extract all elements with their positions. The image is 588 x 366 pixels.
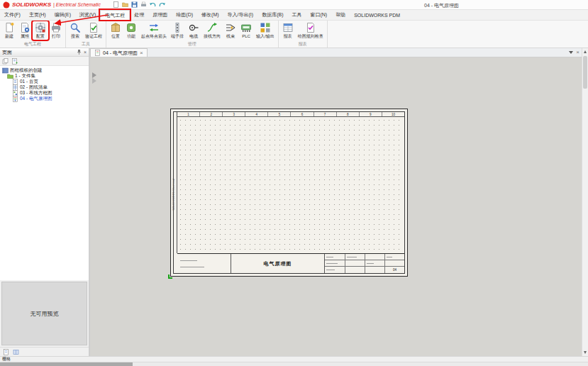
statusbar: 栅格: [0, 356, 588, 362]
terminal-strip-button[interactable]: 端子排: [169, 21, 186, 40]
column-label: 3: [223, 112, 245, 116]
new-document-icon: [4, 22, 15, 33]
title-block-cell: [325, 254, 345, 260]
tab-close-icon[interactable]: ×: [140, 50, 143, 56]
ribbon: 新建 属性 配置 打印 电气工程: [0, 21, 588, 48]
column-label: 4: [245, 112, 268, 116]
new-button[interactable]: 新建: [1, 21, 17, 40]
horizontal-scrollbar[interactable]: [0, 362, 588, 366]
wiring-direction-icon: [206, 22, 218, 33]
pages-panel: 页面 × 图框模板的创建 1 - 文件集 01 - 首页: [0, 48, 89, 356]
tree-item-page-04[interactable]: 04 - 电气原理图: [0, 96, 89, 101]
function-button[interactable]: 功能: [123, 21, 139, 40]
ribbon-group-reports: 报表 绘图规则检查 报表: [279, 21, 328, 48]
redo-icon[interactable]: [159, 1, 165, 8]
save-icon[interactable]: [131, 1, 138, 8]
plc-button[interactable]: PLC: [238, 21, 254, 40]
document-tabbar: 04 - 电气原理图 × ×: [90, 48, 582, 57]
column-label: 10: [382, 112, 404, 116]
undo-icon[interactable]: [150, 1, 156, 8]
harness-button[interactable]: 线束: [223, 21, 238, 40]
menu-tab-file[interactable]: 文件(F): [0, 10, 25, 20]
scroll-up-icon[interactable]: [584, 50, 587, 53]
validate-project-button[interactable]: 验证工程: [83, 21, 104, 40]
menu-tab-modify[interactable]: 修改(M): [197, 10, 223, 20]
properties-button[interactable]: 属性: [17, 21, 33, 40]
print-icon: [50, 22, 62, 33]
origin-destination-arrow-button[interactable]: 起点终点箭头: [139, 21, 169, 40]
column-label: 9: [360, 112, 382, 116]
page-list-icon[interactable]: [2, 58, 9, 65]
menu-tab-home[interactable]: 主页(H): [25, 10, 50, 20]
sheet-grid[interactable]: [178, 118, 404, 253]
reports-button[interactable]: 报表: [280, 21, 296, 40]
drawing-sheet[interactable]: SOLIDWORKS Electrical 1 2 3 4 5 6 7 8 9 …: [170, 109, 408, 277]
menu-tab-window[interactable]: 窗口(N): [306, 10, 331, 20]
ribbon-group-label: 工具: [67, 41, 104, 48]
new-icon[interactable]: [113, 1, 119, 8]
menu-tab-help[interactable]: 帮助: [331, 10, 350, 20]
menu-tab-tools[interactable]: 工具: [287, 10, 306, 20]
ribbon-group-electrical-project: 新建 属性 配置 打印 电气工程: [0, 21, 66, 48]
button-label: 报表: [284, 34, 292, 39]
print-icon[interactable]: [140, 1, 147, 8]
cable-button[interactable]: 电缆: [186, 21, 201, 40]
drawing-canvas[interactable]: SOLIDWORKS Electrical 1 2 3 4 5 6 7 8 9 …: [90, 57, 582, 356]
title-block-cell: [365, 254, 384, 260]
button-label: 起点终点箭头: [141, 34, 167, 39]
menu-tab-view[interactable]: 浏览(V): [75, 10, 100, 20]
button-label: 验证工程: [85, 34, 102, 39]
title-block: 电气原理图 04: [177, 253, 404, 273]
panel-bottom-tabs: [0, 347, 89, 356]
title-block-table: 04: [325, 254, 404, 273]
window-title: 04 - 电气原理图: [424, 2, 459, 9]
document-tab-active[interactable]: 04 - 电气原理图 ×: [90, 48, 148, 57]
button-label: 打印: [52, 34, 60, 39]
menu-tab-database[interactable]: 数据库(B): [257, 10, 287, 20]
vertical-scrollbar[interactable]: [582, 48, 588, 356]
menu-tab-electrical-project[interactable]: 电气工程: [100, 10, 130, 20]
button-label: 配置: [36, 34, 45, 39]
menu-tab-edit[interactable]: 编辑(E): [50, 10, 75, 20]
title-block-left: [177, 254, 231, 273]
open-icon[interactable]: [122, 1, 128, 8]
preview-placeholder-text: 无可用预览: [30, 310, 59, 318]
pages-tab-icon[interactable]: [3, 349, 9, 355]
button-label: 搜索: [71, 34, 79, 39]
schematic-page-icon: [12, 96, 18, 102]
panel-close-icon[interactable]: ×: [84, 50, 87, 55]
close-document-icon[interactable]: ×: [576, 50, 579, 55]
drawing-rule-check-button[interactable]: 绘图规则检查: [296, 21, 326, 40]
location-button[interactable]: 位置: [108, 21, 123, 40]
configurations-button[interactable]: 配置: [33, 21, 48, 40]
ribbon-group-label: 电气工程: [1, 41, 64, 48]
menu-tab-import-export[interactable]: 导入/导出(I): [223, 10, 258, 20]
sheet-origin-marker: [168, 274, 172, 279]
inputs-outputs-button[interactable]: 输入/输出: [254, 21, 277, 40]
menu-tab-process[interactable]: 处理: [130, 10, 148, 20]
document-tab-label: 04 - 电气原理图: [103, 50, 138, 57]
title-block-cell: [325, 260, 345, 267]
wiring-direction-button[interactable]: 接线方向: [201, 21, 223, 40]
validate-project-icon: [88, 22, 99, 33]
origin-destination-arrow-icon: [148, 22, 160, 33]
button-label: 线束: [226, 34, 235, 39]
pin-icon[interactable]: [76, 49, 82, 55]
page-properties-icon[interactable]: [11, 58, 18, 65]
title-block-title: 电气原理图: [231, 254, 325, 273]
tab-list-icon[interactable]: [569, 51, 573, 54]
document-tab-icon: [94, 50, 101, 56]
title-block-cell: [325, 267, 345, 273]
horizontal-scroll-thumb[interactable]: [0, 362, 133, 366]
print-button[interactable]: 打印: [48, 21, 64, 40]
menu-tab-solidworks-pdm[interactable]: SOLIDWORKS PDM: [350, 10, 404, 20]
menu-tab-schematic[interactable]: 原理图: [148, 10, 172, 20]
components-tab-icon[interactable]: [13, 349, 19, 355]
button-label: 功能: [127, 34, 135, 39]
terminal-strip-icon: [172, 22, 183, 33]
vertical-scroll-thumb[interactable]: [583, 56, 587, 89]
menu-tab-draw[interactable]: 绘图(D): [172, 10, 197, 20]
sheet-left-margin: [174, 112, 177, 253]
search-button[interactable]: 搜索: [67, 21, 83, 40]
scroll-down-icon[interactable]: [584, 351, 587, 354]
